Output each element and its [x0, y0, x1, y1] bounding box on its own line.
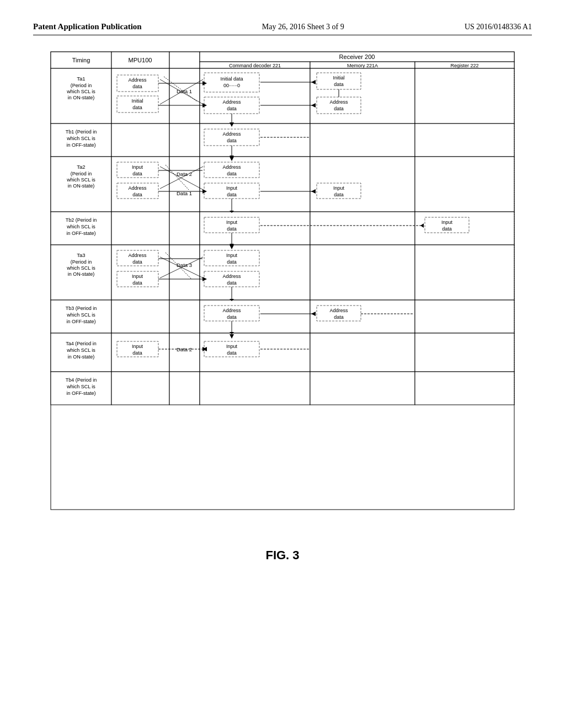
svg-rect-31	[310, 124, 415, 157]
svg-text:Address: Address	[329, 99, 348, 105]
svg-text:which SCL is: which SCL is	[66, 136, 95, 141]
svg-text:Address: Address	[222, 99, 241, 105]
svg-text:Receiver 200: Receiver 200	[339, 53, 375, 60]
svg-text:Address: Address	[222, 274, 241, 279]
svg-text:data: data	[132, 171, 142, 176]
svg-text:in OFF-state): in OFF-state)	[66, 142, 95, 148]
svg-text:Memory 221A: Memory 221A	[347, 63, 378, 68]
svg-rect-84	[111, 372, 169, 405]
svg-text:data: data	[334, 314, 344, 320]
svg-rect-5	[169, 52, 200, 68]
svg-rect-29	[169, 124, 200, 157]
svg-text:data: data	[132, 259, 142, 265]
svg-text:which SCL is: which SCL is	[66, 312, 95, 318]
svg-rect-79	[415, 333, 514, 372]
svg-text:data: data	[132, 84, 142, 89]
page: Patent Application Publication May 26, 2…	[0, 0, 565, 728]
svg-text:in ON-state): in ON-state)	[68, 271, 95, 277]
svg-rect-60	[310, 245, 415, 300]
svg-text:Address: Address	[222, 131, 241, 137]
svg-text:Initial: Initial	[333, 75, 344, 81]
svg-text:Initial: Initial	[131, 98, 143, 104]
svg-text:data: data	[227, 226, 237, 232]
svg-text:Tb2 (Period in: Tb2 (Period in	[66, 217, 97, 223]
svg-text:MPU100: MPU100	[129, 57, 152, 63]
svg-rect-76	[169, 333, 200, 372]
svg-rect-66	[111, 300, 169, 333]
svg-rect-67	[169, 300, 200, 333]
svg-rect-78	[310, 333, 415, 372]
svg-text:in OFF-state): in OFF-state)	[66, 231, 95, 236]
publication-label: Patent Application Publication	[33, 22, 142, 31]
svg-text:00······0: 00······0	[223, 83, 240, 88]
svg-text:(Period in: (Period in	[71, 171, 92, 176]
svg-rect-86	[200, 372, 310, 405]
svg-text:data: data	[227, 350, 237, 356]
svg-text:in OFF-state): in OFF-state)	[66, 390, 95, 396]
svg-text:which SCL is: which SCL is	[66, 347, 95, 353]
figure-svg: Timing MPU100 Receiver 200 Command decod…	[45, 46, 520, 526]
svg-text:Address: Address	[329, 308, 348, 313]
svg-text:data: data	[132, 350, 142, 356]
svg-text:Timing: Timing	[72, 57, 90, 63]
svg-text:which SCL is: which SCL is	[66, 384, 95, 389]
svg-text:in ON-state): in ON-state)	[68, 183, 95, 189]
svg-rect-32	[415, 124, 514, 157]
svg-text:Register 222: Register 222	[450, 63, 478, 68]
svg-text:data: data	[132, 280, 142, 286]
svg-text:in OFF-state): in OFF-state)	[66, 319, 95, 324]
svg-text:in ON-state): in ON-state)	[68, 95, 95, 100]
svg-text:Input: Input	[132, 164, 143, 170]
svg-text:data: data	[227, 171, 237, 176]
svg-text:data: data	[227, 192, 237, 197]
svg-rect-23	[415, 68, 514, 124]
date-sheet-label: May 26, 2016 Sheet 3 of 9	[262, 23, 344, 31]
svg-text:Address: Address	[128, 185, 147, 191]
svg-rect-58	[169, 245, 200, 300]
svg-text:Input: Input	[226, 253, 238, 258]
svg-text:data: data	[227, 106, 237, 111]
svg-text:Input: Input	[132, 344, 143, 349]
svg-rect-28	[111, 124, 169, 157]
svg-text:(Period in: (Period in	[71, 259, 92, 265]
svg-text:Address: Address	[222, 308, 241, 313]
figure-label: FIG. 3	[33, 548, 532, 563]
svg-rect-39	[169, 157, 200, 212]
svg-text:which SCL is: which SCL is	[66, 265, 95, 271]
svg-rect-88	[415, 372, 514, 405]
svg-text:which SCL is: which SCL is	[66, 224, 95, 229]
svg-text:data: data	[334, 106, 344, 111]
svg-rect-47	[111, 212, 169, 245]
svg-rect-70	[415, 300, 514, 333]
svg-text:data: data	[227, 280, 237, 286]
svg-text:Ta1: Ta1	[77, 76, 85, 82]
svg-text:Tb1 (Period in: Tb1 (Period in	[66, 129, 97, 135]
svg-text:Tb4 (Period in: Tb4 (Period in	[66, 377, 97, 383]
svg-text:Input: Input	[226, 344, 238, 349]
svg-rect-48	[169, 212, 200, 245]
svg-text:Ta2: Ta2	[77, 164, 85, 170]
svg-text:data: data	[132, 105, 142, 110]
svg-text:data: data	[334, 192, 344, 197]
svg-rect-85	[169, 372, 200, 405]
svg-rect-61	[415, 245, 514, 300]
svg-text:Address: Address	[128, 253, 147, 258]
svg-text:Input: Input	[226, 220, 238, 225]
svg-text:Ta3: Ta3	[77, 252, 85, 258]
svg-text:Input: Input	[333, 185, 345, 191]
svg-rect-50	[310, 212, 415, 245]
svg-text:Input: Input	[226, 185, 238, 191]
svg-text:Ta4 (Period in: Ta4 (Period in	[66, 341, 97, 346]
svg-text:which SCL is: which SCL is	[66, 89, 95, 94]
diagram-container: Timing MPU100 Receiver 200 Command decod…	[33, 46, 532, 526]
svg-text:Tb3 (Period in: Tb3 (Period in	[66, 306, 97, 311]
svg-text:which SCL is: which SCL is	[66, 177, 95, 183]
svg-text:Initial data: Initial data	[220, 76, 243, 82]
page-header: Patent Application Publication May 26, 2…	[33, 22, 532, 35]
svg-text:Address: Address	[128, 77, 147, 83]
svg-text:data: data	[334, 82, 344, 87]
svg-text:Input: Input	[132, 274, 143, 279]
svg-text:data: data	[132, 192, 142, 197]
patent-number-label: US 2016/0148336 A1	[465, 23, 532, 31]
svg-rect-87	[310, 372, 415, 405]
